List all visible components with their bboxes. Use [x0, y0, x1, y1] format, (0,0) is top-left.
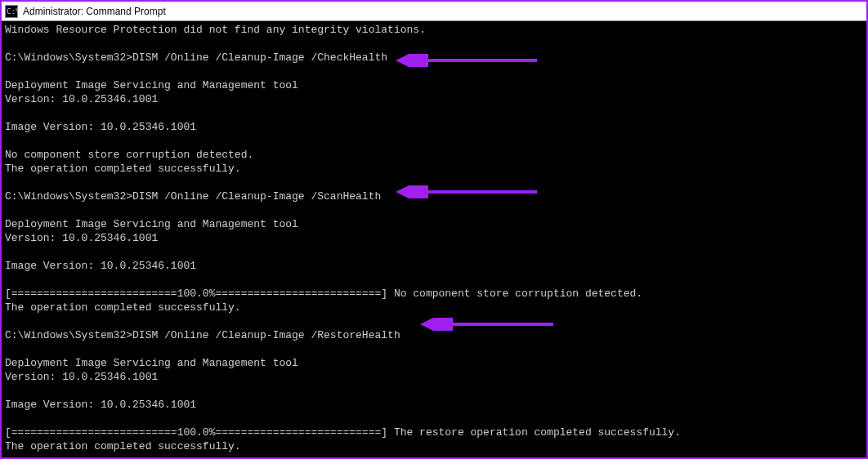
terminal-line — [5, 203, 863, 217]
terminal-line: Image Version: 10.0.25346.1001 — [5, 398, 863, 412]
terminal-line: The operation completed successfully. — [5, 439, 863, 453]
terminal-line: C:\Windows\System32>DISM /Online /Cleanu… — [5, 51, 863, 65]
terminal-line: Version: 10.0.25346.1001 — [5, 92, 863, 106]
terminal-line — [5, 342, 863, 356]
terminal-line: The operation completed successfully. — [5, 162, 863, 176]
terminal-line: Deployment Image Servicing and Managemen… — [5, 356, 863, 370]
window-title: Administrator: Command Prompt — [23, 6, 166, 17]
terminal-line — [5, 245, 863, 259]
terminal-line: Image Version: 10.0.25346.1001 — [5, 120, 863, 134]
terminal-line: [==========================100.0%=======… — [5, 426, 863, 439]
window-frame: C:\ Administrator: Command Prompt Window… — [0, 0, 868, 459]
terminal-line — [5, 384, 863, 398]
terminal-line — [5, 176, 863, 189]
terminal-line: [==========================100.0%=======… — [5, 287, 863, 301]
titlebar[interactable]: C:\ Administrator: Command Prompt — [2, 2, 866, 21]
terminal-line — [5, 65, 863, 78]
terminal-line — [5, 453, 863, 457]
terminal-line — [5, 106, 863, 120]
terminal-line: Version: 10.0.25346.1001 — [5, 370, 863, 384]
terminal-line: Image Version: 10.0.25346.1001 — [5, 259, 863, 273]
terminal-line: The operation completed successfully. — [5, 301, 863, 314]
terminal-line — [5, 314, 863, 328]
terminal-line — [5, 134, 863, 148]
terminal-output[interactable]: Windows Resource Protection did not find… — [2, 21, 866, 457]
terminal-line: Deployment Image Servicing and Managemen… — [5, 217, 863, 231]
terminal-line: Deployment Image Servicing and Managemen… — [5, 78, 863, 92]
terminal-line: Windows Resource Protection did not find… — [5, 23, 863, 37]
terminal-line — [5, 273, 863, 287]
terminal-line: C:\Windows\System32>DISM /Online /Cleanu… — [5, 328, 863, 342]
terminal-line: No component store corruption detected. — [5, 148, 863, 162]
terminal-line — [5, 37, 863, 51]
cmd-icon: C:\ — [5, 5, 18, 18]
terminal-line: C:\Windows\System32>DISM /Online /Cleanu… — [5, 189, 863, 203]
terminal-line — [5, 412, 863, 426]
terminal-line: Version: 10.0.25346.1001 — [5, 231, 863, 245]
svg-text:C:\: C:\ — [7, 7, 18, 16]
